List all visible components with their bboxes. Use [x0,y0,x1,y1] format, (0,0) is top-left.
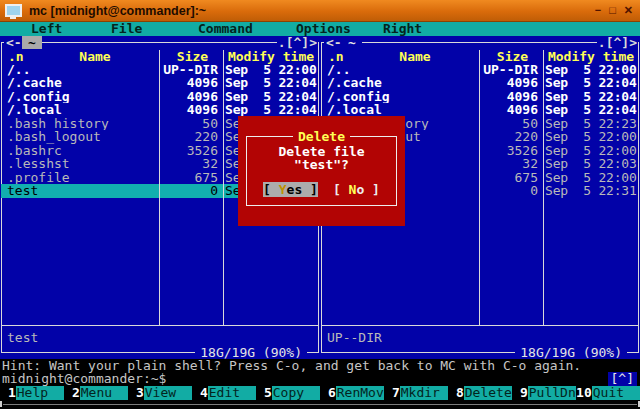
file-size: 675 [479,171,542,184]
menu-item-file[interactable]: File [111,22,142,36]
fkey-number: 1 [0,386,16,400]
dialog-buttons: [ Yes ] [ No ] [238,182,405,197]
fkey-mkdir[interactable]: 7Mkdir [384,386,448,400]
menu-item-right[interactable]: Right [383,22,422,36]
fkey-label: Edit [208,386,256,400]
shell-prompt[interactable]: midnight@commander:~$ [2,372,166,386]
file-mtime: Sep 5 22:04 [542,76,637,89]
fkey-copy[interactable]: 5Copy [256,386,320,400]
yes-button[interactable]: [ Yes ] [263,182,318,197]
column-separator [159,50,160,325]
file-size: 0 [479,184,542,197]
file-size: 675 [159,171,222,184]
fkey-edit[interactable]: 4Edit [192,386,256,400]
column-separator [223,50,224,325]
file-mtime: Sep 5 22:04 [542,103,637,116]
fkey-help[interactable]: 1Help [0,386,64,400]
file-mtime: Sep 5 22:04 [542,90,637,103]
file-row-config[interactable]: /.config4096Sep 5 22:04 [321,90,639,103]
fkey-label: Delete [464,386,512,400]
file-row-[interactable]: /..UP--DIRSep 5 22:00 [321,63,639,76]
file-row-config[interactable]: /.config4096Sep 5 22:04 [1,90,319,103]
fkey-quit[interactable]: 10Quit [576,386,640,400]
file-mtime: Sep 5 22:00 [542,144,637,157]
file-mtime: Sep 5 22:00 [542,130,637,143]
file-mtime: Sep 5 22:00 [542,171,637,184]
bottom-left-corner [0,401,2,407]
sort-indicator[interactable]: .n [328,50,344,63]
dialog-message-line2: "test"? [238,158,405,171]
dialog-title: Delete [238,130,405,143]
fkey-renmov[interactable]: 6RenMov [320,386,384,400]
file-size: 3526 [479,144,542,157]
maximize-button[interactable]: □ [609,5,616,16]
yes-button-bracket: [ [263,182,279,197]
file-mtime: Sep 5 22:31 [542,184,637,197]
menu-item-command[interactable]: Command [198,22,253,36]
file-name: .profile [1,171,159,184]
close-button[interactable]: ✕ [624,5,633,16]
parent-dir-marker-icon[interactable]: .[^]> [597,36,638,49]
file-name: /.. [1,63,159,76]
fkey-label: Mkdir [400,386,448,400]
sort-indicator[interactable]: .n [8,50,24,63]
column-separator [479,50,480,325]
no-button[interactable]: [ No ] [333,182,380,197]
column-header-name[interactable]: Name [351,50,479,63]
current-path[interactable]: ~ [22,36,42,49]
menu-item-left[interactable]: Left [31,22,62,36]
panel-top-border: <- ~ .[^]> [0,36,320,49]
fkey-delete[interactable]: 8Delete [448,386,512,400]
fkey-view[interactable]: 3View [128,386,192,400]
file-mtime: Sep 5 22:00 [222,63,317,76]
current-path[interactable]: ~ [342,36,362,49]
file-row-[interactable]: /..UP--DIRSep 5 22:00 [1,63,319,76]
panel-top-border: <- ~ .[^]> [320,36,640,49]
history-arrow-icon[interactable]: <- [4,36,24,49]
file-name: /.local [1,103,159,116]
file-name: /.config [1,90,159,103]
scroll-marker-icon[interactable]: [^] [608,372,637,386]
fkey-number: 2 [64,386,80,400]
history-arrow-icon[interactable]: <- [324,36,344,49]
no-button-bracket: [ [333,182,349,197]
fkey-number: 10 [576,386,592,400]
parent-dir-marker-icon[interactable]: .[^]> [277,36,318,49]
terminal-icon [5,4,22,17]
file-row-cache[interactable]: /.cache4096Sep 5 22:04 [1,76,319,89]
file-name: .bashrc [1,144,159,157]
fkey-label: Copy [272,386,320,400]
dialog-title-text: Delete [293,129,350,144]
terminal-bottom-edge [0,400,640,409]
file-size: 32 [159,157,222,170]
column-header-name[interactable]: Name [31,50,159,63]
file-row-local[interactable]: /.local4096Sep 5 22:04 [321,103,639,116]
file-size: 3526 [159,144,222,157]
fkey-menu[interactable]: 2Menu [64,386,128,400]
window-controls: − □ ✕ [595,5,633,16]
menu-bar: LeftFileCommandOptionsRight [0,22,640,36]
menu-item-options[interactable]: Options [296,22,351,36]
yes-button-rest: es ] [287,182,318,197]
file-size: UP--DIR [479,63,542,76]
file-name: .bash_history [1,117,159,130]
file-size: 50 [479,117,542,130]
file-size: 50 [159,117,222,130]
mini-status-separator [322,325,638,326]
file-row-cache[interactable]: /.cache4096Sep 5 22:04 [321,76,639,89]
file-name: .bash_logout [1,130,159,143]
file-size: 32 [479,157,542,170]
file-row-local[interactable]: /.local4096Sep 5 22:04 [1,103,319,116]
file-size: 4096 [159,90,222,103]
fkey-number: 8 [448,386,464,400]
fkey-label: RenMov [336,386,384,400]
file-mtime: Sep 5 22:03 [542,157,637,170]
fkey-label: Quit [592,386,640,400]
fkey-number: 3 [128,386,144,400]
file-mtime: Sep 5 22:00 [542,63,637,76]
fkey-number: 4 [192,386,208,400]
fkey-number: 6 [320,386,336,400]
fkey-label: View [144,386,192,400]
fkey-pulldn[interactable]: 9PullDn [512,386,576,400]
minimize-button[interactable]: − [595,5,601,16]
